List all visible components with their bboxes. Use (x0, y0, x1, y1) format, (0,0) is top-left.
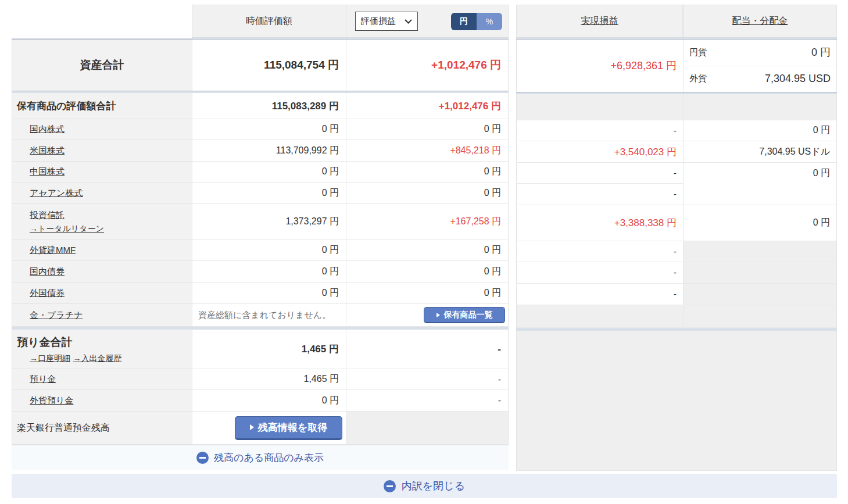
filter-balance-only-label: 残高のある商品のみ表示 (214, 451, 324, 464)
close-breakdown-bar[interactable]: 内訳を閉じる (12, 474, 837, 498)
domestic-stock-market-value: 0 円 (192, 119, 346, 140)
right-header-row: 実現損益 配当・分配金 (516, 5, 837, 38)
us-stock-market-value: 113,709,992 円 (192, 140, 346, 162)
dividend-us-stock: 7,304.95 USドル (683, 141, 837, 163)
deposit-total-market-value: 1,465 円 (192, 330, 346, 369)
fx-mmf-link[interactable]: 外貨建MMF (30, 245, 76, 256)
foreign-bond-market-value: 0 円 (192, 283, 346, 304)
china-stock-gain: 0 円 (346, 162, 509, 183)
fx-deposit-gain: - (346, 390, 509, 412)
realized-gold-platinum-cell (516, 305, 683, 328)
right-empty-block (516, 331, 837, 471)
realized-column: - +3,540,023 円 - - +3,388,338 円 - - - (516, 94, 683, 328)
table-row-mutual-fund: 投資信託 →トータルリターン 1,373,297 円 +167,258 円 (12, 204, 509, 240)
deposit-total-row: 預り金合計 →口座明細 →入出金履歴 1,465 円 - (12, 330, 509, 369)
holdings-total-label: 保有商品の評価額合計 (12, 93, 192, 119)
deposit-total-label: 預り金合計 (17, 335, 72, 350)
chevron-down-icon (405, 19, 412, 24)
china-stock-market-value: 0 円 (192, 162, 346, 183)
table-row-domestic-stock: 国内株式 0 円 0 円 (12, 119, 509, 140)
dividend-china-asean-merged-cell: 0 円 (683, 163, 837, 205)
dividend-fx-label: 外貨 (689, 73, 707, 84)
dividend-domestic-stock: 0 円 (683, 120, 837, 141)
realized-gain-header-link[interactable]: 実現損益 (581, 15, 618, 27)
triangle-right-icon (436, 313, 440, 317)
total-return-link[interactable]: →トータルリターン (30, 224, 104, 234)
gain-type-select-value: 評価損益 (361, 16, 396, 27)
holdings-list-button[interactable]: 保有商品一覧 (424, 307, 505, 323)
realized-holdings-total-cell (516, 94, 683, 120)
fx-deposit-market-value: 0 円 (192, 390, 346, 412)
table-row-fx-mmf: 外貨建MMF 0 円 0 円 (12, 240, 509, 261)
right-body: - +3,540,023 円 - - +3,388,338 円 - - - 0 … (516, 94, 837, 328)
realized-china-stock: - (516, 163, 683, 184)
gold-platinum-link[interactable]: 金・プラチナ (30, 310, 83, 321)
dividend-fx-mmf-cell (683, 241, 837, 262)
total-realized-gain: +6,928,361 円 (516, 40, 683, 92)
asset-summary-page: 時価評価額 評価損益 円 % 資産合計 115,084,754 円 +1,012… (0, 0, 848, 504)
asean-stock-link[interactable]: アセアン株式 (30, 188, 83, 199)
table-row-asean-stock: アセアン株式 0 円 0 円 (12, 183, 509, 204)
right-summary-row: +6,928,361 円 円貨 0 円 外貨 7,304.95 USD (516, 39, 837, 92)
dividend-jpy-value: 0 円 (811, 45, 831, 59)
dividend-gold-platinum-cell (683, 305, 837, 328)
us-stock-link[interactable]: 米国株式 (30, 145, 65, 156)
realized-foreign-bond: - (516, 284, 683, 305)
table-row-jpy-deposit: 預り金 1,465 円 - (12, 369, 509, 390)
minus-circle-icon (196, 452, 209, 464)
total-assets-label: 資産合計 (12, 40, 192, 91)
jpy-deposit-link[interactable]: 預り金 (30, 374, 56, 385)
left-header-row: 時価評価額 評価損益 円 % (12, 5, 509, 38)
asean-stock-gain: 0 円 (346, 183, 509, 204)
dividend-foreign-bond-cell (683, 284, 837, 305)
minus-circle-icon (384, 480, 396, 492)
triangle-right-icon (250, 424, 254, 430)
mutual-fund-market-value: 1,373,297 円 (192, 204, 346, 240)
table-row-fx-deposit: 外貨預り金 0 円 - (12, 390, 509, 412)
domestic-bond-link[interactable]: 国内債券 (30, 266, 65, 277)
jpy-deposit-market-value: 1,465 円 (192, 369, 346, 390)
fx-deposit-link[interactable]: 外貨預り金 (30, 395, 73, 406)
bank-balance-label: 楽天銀行普通預金残高 (12, 412, 192, 445)
get-balance-button[interactable]: 残高情報を取得 (235, 416, 342, 440)
toggle-percent-button[interactable]: % (477, 13, 502, 30)
mutual-fund-link[interactable]: 投資信託 (30, 210, 65, 221)
fx-mmf-gain: 0 円 (346, 240, 509, 261)
market-value-column-header: 時価評価額 (192, 5, 346, 38)
toggle-yen-button[interactable]: 円 (451, 13, 477, 30)
foreign-bond-gain: 0 円 (346, 283, 509, 304)
gain-type-select[interactable]: 評価損益 (355, 12, 418, 31)
foreign-bond-link[interactable]: 外国債券 (30, 288, 65, 299)
holdings-list-button-label: 保有商品一覧 (444, 310, 493, 320)
realized-domestic-bond: - (516, 262, 683, 284)
dividend-header-link[interactable]: 配当・分配金 (732, 15, 788, 27)
domestic-bond-gain: 0 円 (346, 261, 509, 283)
domestic-stock-link[interactable]: 国内株式 (30, 124, 65, 135)
total-assets-market-value: 115,084,754 円 (192, 40, 346, 91)
realized-asean-stock: - (516, 184, 683, 205)
bank-balance-row: 楽天銀行普通預金残高 残高情報を取得 (12, 412, 509, 445)
total-dividend-cell: 円貨 0 円 外貨 7,304.95 USD (683, 40, 837, 92)
deposit-history-link[interactable]: →入出金履歴 (73, 353, 121, 363)
china-stock-link[interactable]: 中国株式 (30, 166, 65, 177)
filter-balance-only-bar[interactable]: 残高のある商品のみ表示 (12, 445, 509, 470)
mutual-fund-gain: +167,258 円 (346, 204, 509, 240)
total-assets-gain: +1,012,476 円 (346, 40, 509, 91)
account-detail-link[interactable]: →口座明細 (30, 353, 70, 363)
dividend-domestic-bond-cell (683, 262, 837, 284)
table-row-foreign-bond: 外国債券 0 円 0 円 (12, 283, 509, 304)
table-row-gold-platinum: 金・プラチナ 資産総額に含まれておりません。 保有商品一覧 (12, 304, 509, 327)
dividend-holdings-total-cell (683, 94, 837, 120)
realized-us-stock: +3,540,023 円 (516, 141, 683, 163)
holdings-total-gain: +1,012,476 円 (346, 93, 509, 119)
gain-column-header: 評価損益 円 % (346, 5, 509, 38)
jpy-deposit-gain: - (346, 369, 509, 390)
realized-mutual-fund: +3,388,338 円 (516, 205, 683, 241)
total-assets-row: 資産合計 115,084,754 円 +1,012,476 円 (12, 39, 509, 91)
holdings-total-market-value: 115,083,289 円 (192, 93, 346, 119)
deposit-total-gain: - (346, 330, 509, 369)
table-row-china-stock: 中国株式 0 円 0 円 (12, 162, 509, 183)
holdings-total-row: 保有商品の評価額合計 115,083,289 円 +1,012,476 円 (12, 93, 509, 119)
dividend-china-stock-value: 0 円 (813, 163, 830, 184)
realized-domestic-stock: - (516, 120, 683, 141)
